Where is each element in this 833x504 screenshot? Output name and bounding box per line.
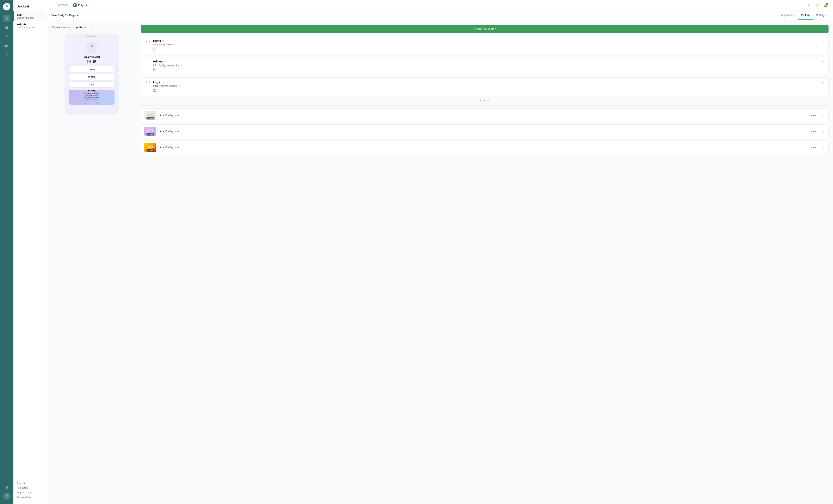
tab-settings[interactable]: Settings: [813, 11, 829, 20]
hamburger-icon[interactable]: ☰: [51, 3, 54, 7]
svg-rect-8: [147, 116, 152, 116]
login-card-title: Log in: [153, 80, 162, 84]
layout-dropdown[interactable]: ⊞ Grid ▾: [73, 25, 89, 30]
home-image-icon[interactable]: 🖼: [153, 47, 819, 51]
sidebar-logo[interactable]: P: [3, 3, 10, 10]
help-center-link[interactable]: Help Center: [17, 485, 44, 490]
thumb-save-btn-1[interactable]: Save: [807, 113, 819, 118]
thumb-star-3[interactable]: ☆: [823, 146, 825, 149]
nav-insights-subtitle: Track clicks, views: [17, 26, 44, 29]
tab-buttons[interactable]: Buttons: [798, 11, 813, 20]
home-title-edit-icon[interactable]: ✏: [162, 39, 164, 42]
home-url-edit-icon[interactable]: ✏: [173, 43, 175, 46]
notification-badge: 80+: [826, 3, 828, 5]
thumb-star-2[interactable]: ☆: [823, 130, 825, 133]
chevron-down-icon: ▾: [86, 4, 87, 6]
pricing-url-edit-icon[interactable]: ✏: [181, 64, 183, 67]
view-page-link[interactable]: View Smily.Bio Page ↗: [51, 14, 79, 17]
profile-badge[interactable]: P Pallyy ▾: [71, 2, 89, 8]
svg-rect-5: [147, 113, 153, 118]
svg-point-3: [89, 61, 90, 62]
tab-nav: Appearance Buttons Settings: [778, 11, 829, 19]
sidebar-item-link[interactable]: Link Design your page: [14, 11, 47, 21]
tab-appearance[interactable]: Appearance: [778, 11, 798, 20]
svg-text:P: P: [91, 45, 93, 49]
report-bug-link[interactable]: Report a Bug: [17, 495, 44, 500]
thumb-url-3: https://pallyy.com: [159, 146, 805, 149]
phone-content: P @pallyysocial: [66, 38, 118, 112]
layout-label: Choose a layout:: [51, 26, 71, 29]
nav-link-subtitle: Design your page: [17, 17, 44, 19]
thumb-img-1: 0 clicks: [144, 111, 156, 120]
phone-notch: [66, 34, 118, 38]
refresh-button[interactable]: ↻: [806, 2, 812, 8]
thumb-card-3: A Four Step Marketing Funnel 0 clicks ht…: [141, 141, 829, 154]
thumb-clicks-2: 0 clicks: [146, 133, 154, 135]
main-body: Choose a layout: ⊞ Grid ▾ P: [47, 20, 833, 504]
phone-image-card: Hashtags #socialmediastrategist #socialm…: [69, 90, 115, 105]
sidebar-icon-grid[interactable]: ⊞: [3, 15, 10, 22]
login-delete-icon[interactable]: 🗑: [822, 80, 825, 84]
drag-handle-home[interactable]: ⋮⋮: [145, 39, 151, 43]
pricing-card: ⋮⋮ Pricing ✏ https://pallyy.com/pricing …: [141, 57, 829, 75]
login-title-edit-icon[interactable]: ✏: [163, 81, 165, 83]
lightning-button[interactable]: ⚡: [814, 2, 820, 8]
thumb-clicks-3: 0 clicks: [146, 149, 154, 152]
view-page-label: View Smily.Bio Page: [51, 14, 75, 17]
login-image-icon[interactable]: 🖼: [153, 89, 819, 93]
thumb-card-2: # 0 clicks https://pallyy.com Save ☆: [141, 125, 829, 138]
sidebar-item-insights[interactable]: Insights Track clicks, views: [14, 21, 47, 31]
home-delete-icon[interactable]: 🗑: [822, 39, 825, 43]
svg-text:A Four Step: A Four Step: [148, 146, 153, 147]
settings-icon[interactable]: ⚙: [3, 484, 10, 491]
nav-link-title: Link: [17, 13, 44, 16]
user-circle-icon[interactable]: P: [3, 493, 10, 500]
preview-panel: Choose a layout: ⊞ Grid ▾ P: [47, 20, 137, 504]
login-url-edit-icon[interactable]: ✏: [179, 85, 181, 87]
suggest-idea-link[interactable]: Suggest Idea: [17, 490, 44, 495]
phone-logo-letter: P: [88, 43, 95, 52]
topbar-left: ☰ VIEWING › P Pallyy ▾: [51, 2, 89, 8]
instagram-icon: [87, 59, 91, 64]
sidebar-icon-link[interactable]: ⛓: [3, 42, 10, 49]
support-link[interactable]: Support: [17, 481, 44, 485]
thumb-save-btn-2[interactable]: Save: [807, 129, 819, 134]
section-dots-handle: • • •: [141, 98, 829, 102]
thumb-url-1: https://pallyy.com: [159, 114, 805, 117]
drag-handle-pricing[interactable]: ⋮⋮: [145, 60, 151, 64]
phone-login-button: Log in: [69, 81, 115, 87]
external-link-icon: ↗: [76, 14, 79, 17]
nav-brand: Bio Link: [14, 3, 47, 11]
pricing-title-edit-icon[interactable]: ✏: [164, 60, 166, 63]
content-area: ☰ VIEWING › P Pallyy ▾ ↻ ⚡ 🔔 80+ View Sm…: [47, 0, 833, 504]
sidebar-icon-chart[interactable]: ▦: [3, 24, 10, 31]
grid-icon: ⊞: [76, 26, 78, 29]
pricing-card-body: Pricing ✏ https://pallyy.com/pricing ✏ 🖼: [153, 60, 819, 72]
thumb-img-3: A Four Step Marketing Funnel 0 clicks: [144, 143, 156, 152]
sidebar: P ⊞ ▦ ✉ ⛓ ? ⚙ P: [0, 0, 14, 504]
pricing-delete-icon[interactable]: 🗑: [822, 60, 825, 64]
phone-home-button: Home: [69, 66, 115, 72]
svg-rect-6: [147, 114, 153, 115]
svg-rect-7: [147, 115, 152, 115]
topbar-right: ↻ ⚡ 🔔 80+: [806, 2, 829, 8]
notification-button[interactable]: 🔔 80+: [823, 2, 829, 8]
right-panel: + Add New Button ⋮⋮ Home ✏ https://pally…: [137, 20, 833, 504]
phone-hashtags: #socialmediastrategist #socialmediacoach…: [84, 93, 99, 105]
twitter-icon: [93, 59, 97, 64]
phone-pricing-button: Pricing: [69, 74, 115, 80]
pricing-card-title: Pricing: [153, 60, 163, 63]
thumb-save-btn-3[interactable]: Save: [807, 145, 819, 150]
add-new-button[interactable]: + Add New Button: [141, 25, 829, 33]
layout-selector: Choose a layout: ⊞ Grid ▾: [51, 25, 132, 30]
pricing-image-icon[interactable]: 🖼: [153, 68, 819, 72]
sidebar-logo-letter: P: [5, 5, 8, 9]
thumb-star-1[interactable]: ☆: [823, 114, 825, 117]
login-card: ⋮⋮ Log in ✏ https://pallyy.com/login ✏ 🖼…: [141, 77, 829, 96]
svg-rect-2: [88, 60, 91, 63]
sidebar-icon-help[interactable]: ?: [3, 51, 10, 58]
phone-social-icons: [87, 59, 97, 64]
drag-handle-login[interactable]: ⋮⋮: [145, 80, 151, 84]
svg-point-4: [90, 60, 90, 61]
sidebar-icon-chat[interactable]: ✉: [3, 33, 10, 40]
